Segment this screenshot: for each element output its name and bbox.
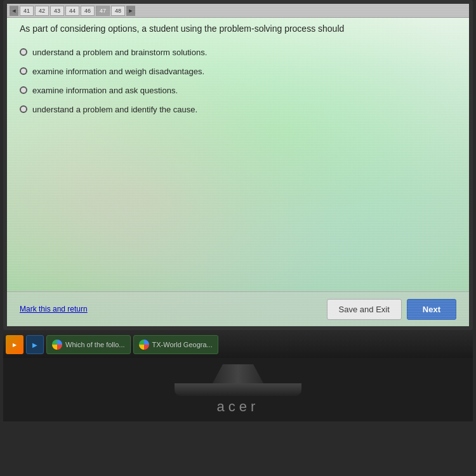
play-icon: ▶	[32, 341, 37, 348]
radio-button-1[interactable]	[20, 48, 27, 56]
question-number-41[interactable]: 41	[20, 6, 34, 16]
top-navigation-bar: ◄ 41 42 43 44 46 47 48 ►	[7, 4, 469, 18]
answer-option-1[interactable]: understand a problem and brainstorm solu…	[20, 47, 456, 58]
stand-neck	[213, 364, 263, 383]
question-number-43[interactable]: 43	[50, 6, 64, 16]
brand-logo: acer	[217, 399, 260, 415]
answer-text-1: understand a problem and brainstorm solu…	[32, 47, 207, 58]
mark-return-link[interactable]: Mark this and return	[20, 305, 88, 314]
answer-option-2[interactable]: examine information and weigh disadvanta…	[20, 66, 456, 77]
taskbar: ▶ ▶ Which of the follo... TX-World Geogr…	[3, 331, 473, 358]
question-text: As part of considering options, a studen…	[20, 23, 456, 36]
screen-content: ◄ 41 42 43 44 46 47 48 ► As part of cons…	[7, 4, 469, 326]
radio-button-2[interactable]	[20, 67, 27, 75]
monitor-outer: ◄ 41 42 43 44 46 47 48 ► As part of cons…	[0, 0, 476, 476]
chrome-icon-1	[52, 340, 62, 350]
question-number-48[interactable]: 48	[111, 6, 125, 16]
monitor-stand	[3, 364, 473, 396]
question-number-46[interactable]: 46	[81, 6, 95, 16]
taskbar-tab-2[interactable]: TX-World Geogra...	[133, 335, 218, 354]
stand-base	[175, 383, 301, 396]
nav-arrow-right[interactable]: ►	[126, 6, 135, 16]
media-button[interactable]: ▶	[26, 335, 44, 354]
answer-option-3[interactable]: examine information and ask questions.	[20, 85, 456, 96]
screen-bezel: ◄ 41 42 43 44 46 47 48 ► As part of cons…	[3, 0, 473, 330]
action-bar: Mark this and return Save and Exit Next	[7, 291, 469, 326]
start-icon: ▶	[13, 342, 17, 348]
question-number-47[interactable]: 47	[96, 6, 110, 16]
monitor-bottom: acer	[3, 358, 473, 421]
answer-text-4: understand a problem and identify the ca…	[32, 104, 197, 116]
question-area: As part of considering options, a studen…	[20, 23, 456, 288]
answer-option-4[interactable]: understand a problem and identify the ca…	[20, 104, 456, 116]
tab-label-1: Which of the follo...	[65, 341, 125, 348]
save-exit-button[interactable]: Save and Exit	[327, 299, 402, 320]
answer-text-3: examine information and ask questions.	[32, 85, 178, 96]
answer-text-2: examine information and weigh disadvanta…	[32, 66, 204, 77]
taskbar-tab-1[interactable]: Which of the follo...	[46, 335, 131, 354]
nav-arrow-left[interactable]: ◄	[10, 6, 18, 16]
question-number-42[interactable]: 42	[35, 6, 49, 16]
chrome-icon-2	[139, 340, 149, 350]
radio-button-3[interactable]	[20, 86, 27, 94]
button-group: Save and Exit Next	[327, 299, 456, 320]
question-number-44[interactable]: 44	[65, 6, 79, 16]
next-button[interactable]: Next	[407, 299, 456, 320]
start-button[interactable]: ▶	[6, 335, 23, 354]
tab-label-2: TX-World Geogra...	[152, 341, 213, 348]
radio-button-4[interactable]	[20, 105, 27, 113]
